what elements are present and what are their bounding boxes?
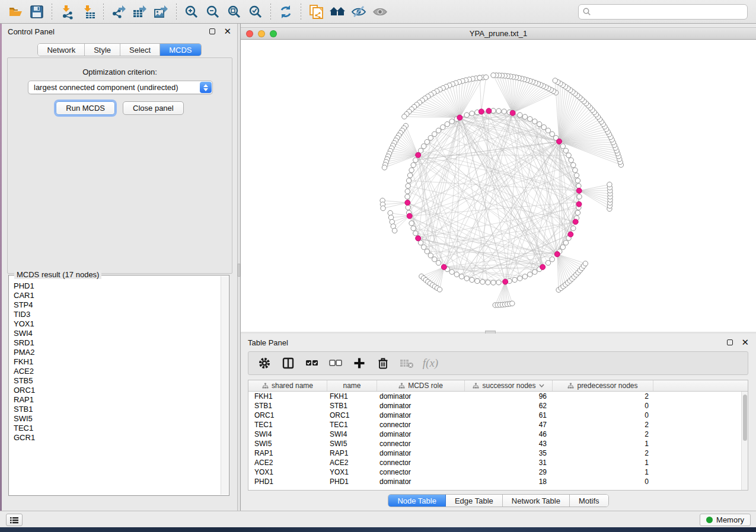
tab-network[interactable]: Network bbox=[38, 44, 85, 56]
graph-node[interactable] bbox=[480, 280, 485, 284]
float-panel-icon[interactable] bbox=[209, 28, 215, 34]
graph-node[interactable] bbox=[425, 139, 429, 144]
graph-node[interactable] bbox=[550, 132, 554, 136]
memory-button[interactable]: Memory bbox=[700, 514, 751, 526]
graph-node[interactable] bbox=[577, 194, 582, 199]
graph-node[interactable] bbox=[421, 144, 426, 149]
close-panel-button[interactable]: Close panel bbox=[123, 101, 184, 115]
graph-node[interactable] bbox=[563, 240, 568, 245]
tab-network-table[interactable]: Network Table bbox=[503, 495, 570, 507]
graph-node[interactable] bbox=[477, 75, 482, 80]
graph-node[interactable] bbox=[491, 280, 496, 285]
graph-node[interactable] bbox=[449, 270, 454, 274]
mcds-hub-node[interactable] bbox=[405, 200, 410, 206]
graph-node[interactable] bbox=[541, 124, 546, 129]
graph-node[interactable] bbox=[575, 210, 580, 215]
table-row[interactable]: ORC1ORC1dominator610 bbox=[248, 411, 741, 420]
show-graphics-eye-icon[interactable] bbox=[371, 2, 390, 21]
hide-graphics-eye-icon[interactable] bbox=[349, 2, 368, 21]
graph-node[interactable] bbox=[510, 301, 515, 306]
graph-node[interactable] bbox=[411, 226, 416, 230]
mcds-result-item[interactable]: YOX1 bbox=[14, 319, 221, 329]
column-header-MCDS-role[interactable]: MCDS role bbox=[377, 380, 465, 391]
graph-node[interactable] bbox=[563, 148, 568, 153]
graph-node[interactable] bbox=[464, 276, 469, 281]
mcds-result-item[interactable]: STB5 bbox=[14, 376, 221, 386]
graph-node[interactable] bbox=[532, 270, 537, 274]
mcds-result-item[interactable]: TID3 bbox=[14, 310, 221, 319]
graph-node[interactable] bbox=[573, 168, 578, 172]
graph-node[interactable] bbox=[607, 182, 612, 187]
unselect-all-columns-icon[interactable] bbox=[327, 354, 344, 372]
graph-node[interactable] bbox=[528, 272, 532, 277]
mcds-hub-node[interactable] bbox=[540, 264, 546, 270]
graph-node[interactable] bbox=[411, 162, 416, 167]
graph-node[interactable] bbox=[574, 173, 579, 178]
mcds-result-item[interactable]: STP4 bbox=[14, 300, 221, 310]
mcds-hub-node[interactable] bbox=[416, 152, 421, 158]
graph-node[interactable] bbox=[546, 261, 550, 265]
search-field[interactable] bbox=[578, 4, 748, 20]
table-row[interactable]: TEC1TEC1connector472 bbox=[248, 420, 741, 430]
graph-node[interactable] bbox=[486, 280, 490, 285]
export-table-icon[interactable] bbox=[130, 2, 149, 21]
table-row[interactable]: PHD1PHD1dominator180 bbox=[248, 477, 741, 486]
mcds-result-item[interactable]: SRD1 bbox=[14, 338, 221, 348]
table-row[interactable]: SWI4SWI4dominator462 bbox=[248, 430, 741, 439]
graph-node[interactable] bbox=[569, 158, 573, 162]
graph-node[interactable] bbox=[470, 277, 474, 282]
graph-node[interactable] bbox=[441, 124, 445, 129]
column-header-predecessor-nodes[interactable]: predecessor nodes bbox=[553, 380, 653, 391]
settings-gear-icon[interactable] bbox=[256, 354, 273, 372]
mcds-hub-node[interactable] bbox=[573, 219, 578, 225]
graph-node[interactable] bbox=[428, 253, 433, 258]
column-header-name[interactable]: name bbox=[327, 380, 377, 391]
column-header-shared-name[interactable]: shared name bbox=[248, 380, 327, 391]
graph-node[interactable] bbox=[405, 189, 410, 194]
zoom-in-icon[interactable] bbox=[182, 2, 201, 21]
import-network-icon[interactable] bbox=[58, 2, 76, 21]
graph-node[interactable] bbox=[566, 153, 571, 158]
table-row[interactable]: ACE2ACE2connector311 bbox=[248, 458, 741, 467]
mcds-hub-node[interactable] bbox=[576, 201, 582, 207]
graph-node[interactable] bbox=[432, 257, 437, 262]
graph-node[interactable] bbox=[449, 119, 454, 124]
graph-node[interactable] bbox=[575, 178, 580, 183]
run-mcds-button[interactable]: Run MCDS bbox=[56, 101, 115, 115]
tab-node-table[interactable]: Node Table bbox=[388, 495, 446, 507]
graph-node[interactable] bbox=[483, 75, 488, 79]
mcds-hub-node[interactable] bbox=[441, 264, 446, 270]
graph-node[interactable] bbox=[491, 73, 496, 78]
graph-node[interactable] bbox=[459, 274, 464, 279]
graph-node[interactable] bbox=[445, 121, 449, 126]
show-home-icon[interactable] bbox=[328, 2, 347, 21]
graph-node[interactable] bbox=[512, 277, 517, 282]
table-row[interactable]: YOX1YOX1connector291 bbox=[248, 467, 741, 477]
tab-edge-table[interactable]: Edge Table bbox=[446, 495, 503, 507]
open-file-icon[interactable] bbox=[6, 2, 25, 21]
graph-node[interactable] bbox=[470, 111, 474, 116]
mcds-hub-node[interactable] bbox=[554, 252, 560, 257]
table-row[interactable]: FKH1FKH1dominator962 bbox=[248, 392, 741, 401]
export-image-icon[interactable] bbox=[152, 2, 171, 21]
graph-node[interactable] bbox=[518, 113, 522, 117]
graph-node[interactable] bbox=[528, 117, 532, 121]
mcds-hub-node[interactable] bbox=[557, 139, 562, 144]
graph-node[interactable] bbox=[388, 210, 393, 215]
clone-network-icon[interactable] bbox=[307, 2, 326, 21]
graph-node[interactable] bbox=[382, 165, 387, 170]
mcds-hub-node[interactable] bbox=[416, 236, 421, 241]
mcds-result-item[interactable]: STB1 bbox=[14, 405, 221, 414]
mcds-result-item[interactable]: CAR1 bbox=[14, 291, 221, 300]
save-session-icon[interactable] bbox=[27, 2, 46, 21]
graph-node[interactable] bbox=[550, 257, 554, 262]
zoom-fit-icon[interactable] bbox=[225, 2, 244, 21]
mcds-hub-node[interactable] bbox=[510, 110, 515, 116]
result-list-scrollbar[interactable] bbox=[221, 276, 228, 495]
graph-node[interactable] bbox=[406, 205, 410, 210]
table-scrollbar[interactable] bbox=[741, 392, 748, 490]
tab-select[interactable]: Select bbox=[120, 44, 160, 56]
graph-node[interactable] bbox=[496, 108, 501, 113]
graph-node[interactable] bbox=[502, 109, 506, 114]
graph-node[interactable] bbox=[560, 245, 565, 249]
